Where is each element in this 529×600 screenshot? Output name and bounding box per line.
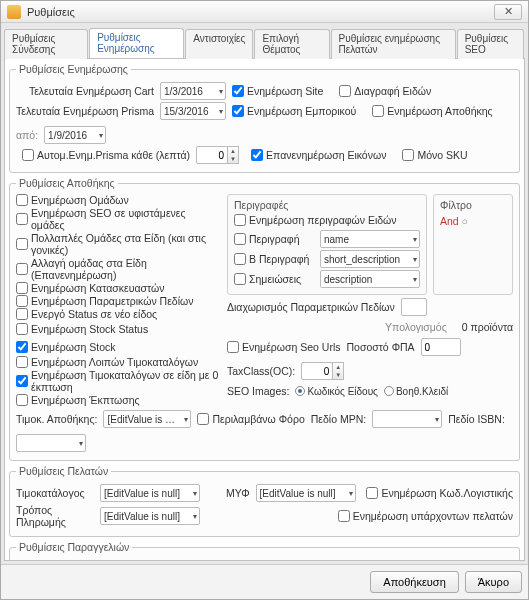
isbn-field[interactable] [16, 434, 86, 452]
wh-opt[interactable]: Ενημέρωση Παραμετρικών Πεδίων [16, 295, 221, 307]
vat-input[interactable] [421, 338, 461, 356]
chk-log[interactable]: Ενημέρωση Κωδ.Λογιστικής [366, 487, 513, 499]
customer-settings: Ρυθμίσεις Πελατών Τιμοκατάλογος [EditVal… [9, 465, 520, 537]
cust-pricelist[interactable]: [EditValue is null] [100, 484, 200, 502]
tab-seo[interactable]: Ρυθμίσεις SEO [457, 29, 524, 59]
tab-update[interactable]: Ρυθμίσεις Ενημέρωσης [89, 28, 184, 58]
chk-upd-stock[interactable]: Ενημέρωση Stock [16, 341, 116, 353]
param-sep[interactable] [401, 298, 427, 316]
window-title: Ρυθμίσεις [27, 6, 494, 18]
wh-opt[interactable]: Ενημέρωση SEO σε υφιστάμενες ομάδες [16, 207, 221, 231]
wh-opt[interactable]: Ενημέρωση Κατασκευαστών [16, 282, 221, 294]
prisma-date[interactable]: 15/3/2016 [160, 102, 226, 120]
update-settings: Ρυθμίσεις Ενημέρωσης Τελευταία Ενημέρωση… [9, 63, 520, 173]
taxclass[interactable]: ▲▼ [301, 362, 344, 380]
save-button[interactable]: Αποθήκευση [370, 571, 458, 593]
filter-expr[interactable]: And [440, 215, 459, 227]
chk-stock[interactable]: Ενημέρωση Αποθήκης [372, 105, 492, 117]
tab-bar: Ρυθμίσεις Σύνδεσης Ρυθμίσεις Ενημέρωσης … [4, 28, 525, 59]
wh-opt[interactable]: Ενημέρωση Έκπτωσης [16, 394, 221, 406]
wh-opt[interactable]: Ενημέρωση Τιμοκαταλόγων σε είδη με 0 έκπ… [16, 369, 221, 393]
tab-mappings[interactable]: Αντιστοιχίες [185, 29, 253, 59]
chk-seo[interactable]: Ενημέρωση Seo Urls [227, 341, 341, 353]
tab-customers[interactable]: Ρυθμίσεις ενημέρωσης Πελατών [331, 29, 456, 59]
cust-pay[interactable]: [EditValue is null] [100, 507, 200, 525]
wh-opt[interactable]: Ενεργό Status σε νέο είδος [16, 308, 221, 320]
wh-pricelist[interactable]: [EditValue is … [103, 410, 191, 428]
chk-desc-upd[interactable]: Ενημέρωση περιγραφών Ειδών [234, 214, 397, 226]
app-icon [7, 5, 21, 19]
chk-site[interactable]: Ενημέρωση Site [232, 85, 323, 97]
chk-emp[interactable]: Ενημέρωση Εμπορικού [232, 105, 356, 117]
calc-result: 0 προϊόντα [462, 321, 513, 333]
ord-input[interactable] [126, 560, 202, 561]
cust-myf[interactable]: [EditValue is null] [256, 484, 356, 502]
titlebar: Ρυθμίσεις ✕ [1, 1, 528, 23]
chk-auto[interactable]: Αυτομ.Ενημ.Prisma κάθε (λεπτά) [22, 149, 190, 161]
cancel-button[interactable]: Άκυρο [465, 571, 522, 593]
tab-connection[interactable]: Ρυθμίσεις Σύνδεσης [4, 29, 88, 59]
mpn-field[interactable] [372, 410, 442, 428]
wh-opt[interactable]: Ενημέρωση Λοιπών Τιμοκαταλόγων [16, 356, 221, 368]
chk-img[interactable]: Επανενημέρωση Εικόνων [251, 149, 386, 161]
wh-opt[interactable]: Πολλαπλές Ομάδες στα Είδη (και στις γονι… [16, 232, 221, 256]
tab-theme[interactable]: Επιλογή Θέματος [254, 29, 329, 59]
apo-date[interactable]: 1/9/2016 [44, 126, 106, 144]
wh-opt[interactable]: Αλλαγή ομάδας στα Είδη (Επανενημέρωση) [16, 257, 221, 281]
seoimg-opt1[interactable]: Κωδικός Είδους [295, 386, 378, 397]
auto-interval[interactable]: ▲▼ [196, 146, 239, 164]
cart-date[interactable]: 1/3/2016 [160, 82, 226, 100]
chk-exist[interactable]: Ενημέρωση υπάρχοντων πελατών [338, 510, 513, 522]
chk-delete[interactable]: Διαγραφή Ειδών [339, 85, 431, 97]
wh-opt[interactable]: Ενημέρωση Ομάδων [16, 194, 221, 206]
close-icon[interactable]: ✕ [494, 4, 522, 20]
seoimg-opt2[interactable]: Βοηθ.Κλειδί [384, 386, 448, 397]
order-settings: Ρυθμίσεις Παραγγελιών Order PrefixΔημιου… [9, 541, 520, 561]
warehouse-settings: Ρυθμίσεις Αποθήκης Ενημέρωση Ομάδων Ενημ… [9, 177, 520, 461]
wh-opt[interactable]: Ενημέρωση Stock Status [16, 323, 148, 335]
chk-taxinc[interactable]: Περιλαμβάνω Φόρο [197, 413, 304, 425]
chk-sku[interactable]: Μόνο SKU [402, 149, 467, 161]
